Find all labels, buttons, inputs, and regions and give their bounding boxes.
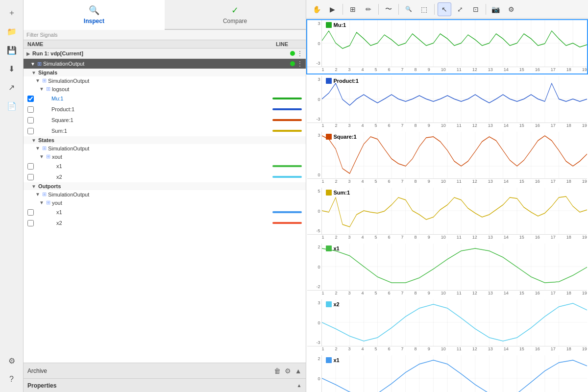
run-menu-icon[interactable]: ⋮ (297, 50, 303, 57)
chart-canvas-x2-state[interactable]: x2 (322, 299, 588, 346)
square1-line (272, 119, 302, 121)
curve-btn[interactable]: 〜 (382, 2, 395, 16)
signals-expand: ▼ (31, 70, 36, 75)
states-sim-label: SimulationOutput (48, 146, 89, 151)
run-dot (290, 51, 295, 56)
chart-canvas-sum1[interactable]: Sum:1 (322, 188, 588, 234)
chart-canvas-mu1[interactable]: Mu:1 (322, 20, 588, 67)
archive-delete-btn[interactable]: 🗑 (274, 367, 281, 375)
chart-x2-state: 30-3 x2 12345 (306, 298, 588, 354)
draw-btn[interactable]: ✏ (362, 2, 375, 16)
x1-state-checkbox[interactable] (27, 163, 34, 170)
chart-toolbar: ✋ ▶ ⊞ ✏ 〜 🔍 ⬚ ↖ ⤢ ⊡ 📷 ⚙ (306, 0, 588, 19)
signal-row-product1[interactable]: Product:1 (24, 104, 306, 115)
grid-btn[interactable]: ⊞ (346, 2, 360, 16)
zoom-in-btn[interactable]: 🔍 (402, 2, 416, 16)
simulation-output-row[interactable]: ▼ ⊞ SimulationOutput ⋮ (24, 59, 306, 69)
chart-canvas-x1-state[interactable]: x1 (322, 244, 588, 290)
run-row[interactable]: ▶ Run 1: vdp[Current] ⋮ (24, 49, 306, 59)
yout-label: yout (52, 200, 62, 206)
y-axis-sum1: 50-5 (307, 188, 322, 234)
properties-bar[interactable]: Properties ▲ (24, 378, 306, 392)
signal-row-sum1[interactable]: Sum:1 (24, 125, 306, 136)
square1-label: Square:1 (51, 117, 272, 123)
xout-expand: ▼ (39, 154, 44, 159)
signals-section-label: Signals (38, 70, 57, 75)
select-btn[interactable]: ↖ (438, 2, 451, 16)
signal-tree: ▶ Run 1: vdp[Current] ⋮ ▼ ⊞ SimulationOu… (24, 49, 306, 363)
chart-mu1: 3 0 -3 Mu:1 (306, 19, 588, 74)
x1-state-chart-label: x1 (326, 245, 340, 251)
camera-btn[interactable]: 📷 (489, 2, 503, 16)
chart-canvas-product1[interactable]: Product:1 (322, 76, 588, 122)
tabs-panel: 🔍 Inspect ✓ Compare Filter Signals NAME … (24, 0, 306, 392)
archive-label: Archive (27, 368, 270, 374)
mu1-checkbox[interactable] (27, 96, 34, 102)
signal-row-mu1[interactable]: Mu:1 (24, 93, 306, 104)
signal-row-x1-state[interactable]: x1 (24, 161, 306, 172)
product1-line (272, 108, 302, 110)
archive-settings-btn[interactable]: ⚙ (285, 367, 291, 375)
y-axis-x2-state: 30-3 (307, 299, 322, 346)
expand-btn[interactable]: ⤢ (453, 2, 467, 16)
chart-sum1: 50-5 Sum:1 12 (306, 187, 588, 242)
chart-canvas-square1[interactable]: Square:1 (322, 132, 588, 178)
signals-section-row[interactable]: ▼ Signals (24, 69, 306, 76)
chart-x1-out: 20-2 x1 12345 (306, 354, 588, 392)
tab-inspect[interactable]: 🔍 Inspect (24, 0, 165, 30)
xout-row[interactable]: ▼ ⊞ xout (24, 152, 306, 161)
yout-row[interactable]: ▼ ⊞ yout (24, 198, 306, 207)
x2-state-line (272, 176, 302, 178)
x-axis-mu1: 12345678910111213141516171819 (307, 67, 588, 74)
chart-canvas-x1-out[interactable]: x1 (322, 355, 588, 392)
sim-output-menu[interactable]: ⋮ (297, 60, 303, 67)
mu1-label: Mu:1 (51, 96, 272, 101)
signals-sim-label: SimulationOutput (48, 78, 89, 84)
signal-row-square1[interactable]: Square:1 (24, 115, 306, 125)
sidebar-help-btn[interactable]: ? (3, 370, 21, 388)
outports-sim-expand: ▼ (35, 192, 40, 197)
x1-out-line (272, 211, 302, 213)
right-panel: ✋ ▶ ⊞ ✏ 〜 🔍 ⬚ ↖ ⤢ ⊡ 📷 ⚙ 3 (306, 0, 588, 392)
sidebar-folder-btn[interactable]: 📁 (3, 23, 21, 40)
zoom-box-btn[interactable]: ⬚ (417, 2, 431, 16)
table-header: NAME LINE (24, 40, 306, 49)
fit-btn[interactable]: ⊡ (469, 2, 483, 16)
sidebar-export-btn[interactable]: ↗ (3, 78, 21, 96)
signal-row-x2-state[interactable]: x2 (24, 172, 306, 182)
x1-out-checkbox[interactable] (27, 209, 34, 216)
sidebar-gear-btn[interactable]: ⚙ (3, 352, 21, 369)
outports-section-row[interactable]: ▼ Outports (24, 182, 306, 190)
yout-expand: ▼ (39, 200, 44, 205)
outports-sim-output-row[interactable]: ▼ ⊞ SimulationOutput (24, 190, 306, 198)
states-expand: ▼ (31, 138, 36, 143)
logsout-row[interactable]: ▼ ⊞ logsout (24, 85, 306, 93)
sidebar-add-btn[interactable]: ＋ (3, 4, 21, 22)
x2-out-checkbox[interactable] (27, 220, 34, 226)
toolbar-sep1 (343, 4, 343, 15)
states-sim-output-row[interactable]: ▼ ⊞ SimulationOutput (24, 144, 306, 152)
y-axis-square1: 30 (307, 132, 322, 178)
x2-state-checkbox[interactable] (27, 174, 34, 180)
archive-expand-btn[interactable]: ▲ (295, 367, 302, 375)
tab-compare[interactable]: ✓ Compare (165, 0, 306, 29)
signal-row-x1-out[interactable]: x1 (24, 207, 306, 218)
archive-bar: Archive 🗑 ⚙ ▲ (24, 363, 306, 378)
sum1-checkbox[interactable] (27, 128, 34, 134)
x1-out-svg (322, 355, 588, 392)
square1-checkbox[interactable] (27, 117, 34, 123)
sum1-line (272, 130, 302, 132)
sidebar-download-btn[interactable]: ⬇ (3, 60, 21, 77)
chart-settings-btn[interactable]: ⚙ (505, 2, 518, 16)
inspect-label: Inspect (84, 18, 104, 24)
states-section-row[interactable]: ▼ States (24, 136, 306, 144)
sidebar-doc-btn[interactable]: 📄 (3, 97, 21, 115)
pan-btn[interactable]: ✋ (310, 2, 324, 16)
product1-checkbox[interactable] (27, 106, 34, 113)
signals-sim-output-row[interactable]: ▼ ⊞ SimulationOutput (24, 76, 306, 85)
signal-row-x2-out[interactable]: x2 (24, 218, 306, 228)
y-axis-x1-out: 20-2 (307, 355, 322, 392)
y-axis-product1: 30-3 (307, 76, 322, 122)
play-btn[interactable]: ▶ (326, 2, 340, 16)
sidebar-save-btn[interactable]: 💾 (3, 41, 21, 59)
